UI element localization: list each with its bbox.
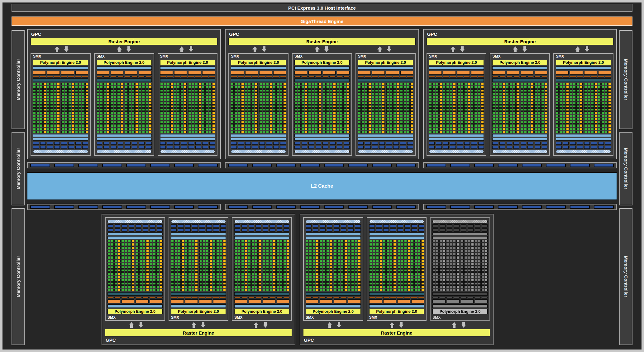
core-cell bbox=[136, 253, 139, 256]
ldst-sfu-segment bbox=[499, 146, 505, 149]
core-cell bbox=[439, 250, 442, 252]
crossbar-segment bbox=[126, 164, 146, 167]
warp-scheduler-segment bbox=[570, 71, 583, 75]
core-cell bbox=[559, 86, 562, 88]
core-cell bbox=[156, 250, 159, 252]
ldst-sfu-segment bbox=[570, 146, 576, 149]
dp-unit-cell bbox=[170, 124, 173, 127]
core-cell bbox=[372, 99, 374, 101]
core-cell bbox=[326, 108, 329, 111]
core-cell bbox=[450, 263, 452, 265]
core-cell bbox=[468, 263, 470, 265]
ldst-sfu-segment bbox=[306, 228, 312, 232]
core-cell bbox=[496, 89, 499, 92]
dp-unit-cell bbox=[471, 285, 474, 288]
core-cell bbox=[68, 121, 71, 124]
core-cell bbox=[54, 118, 56, 120]
ldst-sfu-segment bbox=[411, 224, 417, 228]
dp-unit-cell bbox=[421, 276, 424, 278]
core-cell bbox=[541, 86, 544, 88]
core-cell bbox=[216, 285, 219, 288]
ldst-sfu-segment bbox=[171, 228, 177, 232]
core-cell bbox=[125, 243, 127, 246]
core-cell bbox=[373, 263, 375, 265]
dp-unit-cell bbox=[594, 115, 597, 117]
core-cell bbox=[142, 92, 145, 95]
arrow-pair bbox=[167, 321, 230, 329]
dp-unit-cell bbox=[258, 256, 261, 259]
core-cell bbox=[506, 118, 509, 120]
core-cell bbox=[513, 124, 516, 127]
core-cell bbox=[450, 279, 452, 281]
core-cell bbox=[474, 102, 477, 105]
warp-scheduler-row bbox=[358, 71, 413, 75]
core-cell bbox=[464, 121, 467, 124]
dp-unit-cell bbox=[245, 240, 247, 242]
dp-unit-cell bbox=[198, 118, 201, 120]
core-cell bbox=[432, 256, 435, 259]
crossbar-group bbox=[27, 162, 221, 168]
dp-unit-cell bbox=[566, 115, 569, 117]
core-cell bbox=[326, 250, 329, 252]
core-cell bbox=[280, 282, 283, 285]
core-cell bbox=[521, 131, 523, 133]
dp-unit-cell bbox=[358, 250, 361, 252]
dp-unit-cell bbox=[330, 269, 332, 272]
core-cell bbox=[443, 121, 446, 124]
ldst-sfu-segment bbox=[429, 142, 435, 145]
core-cell bbox=[132, 89, 135, 92]
core-cell bbox=[436, 282, 439, 285]
core-cell bbox=[114, 124, 117, 127]
core-cell bbox=[185, 282, 188, 285]
core-cell bbox=[401, 263, 403, 265]
dp-unit-cell bbox=[358, 253, 361, 256]
core-cell bbox=[111, 250, 114, 252]
register-file-bar bbox=[358, 78, 413, 82]
core-cell bbox=[591, 105, 594, 108]
core-cell bbox=[209, 108, 212, 111]
core-cell bbox=[65, 99, 68, 101]
core-cell bbox=[499, 86, 502, 88]
smx-label: SMX bbox=[358, 54, 413, 59]
dp-unit-cell bbox=[43, 111, 46, 114]
core-cell bbox=[506, 99, 509, 101]
core-cell bbox=[273, 111, 276, 114]
core-cell bbox=[369, 243, 372, 246]
core-cell bbox=[337, 256, 340, 259]
dp-unit-cell bbox=[503, 111, 505, 114]
warp-scheduler-segment bbox=[383, 299, 396, 303]
core-cell bbox=[390, 266, 393, 269]
core-grid-half bbox=[97, 83, 123, 133]
ldst-sfu-segment bbox=[103, 142, 109, 145]
core-grid-half bbox=[33, 83, 60, 133]
core-cell bbox=[492, 102, 495, 105]
core-cell bbox=[174, 115, 177, 117]
core-cell bbox=[538, 115, 541, 117]
core-cell bbox=[341, 285, 344, 288]
core-cell bbox=[263, 269, 265, 272]
core-cell bbox=[36, 92, 39, 95]
core-cell bbox=[192, 243, 194, 246]
dp-unit-cell bbox=[273, 250, 276, 252]
core-cell bbox=[231, 111, 234, 114]
core-cell bbox=[312, 92, 314, 95]
core-cell bbox=[203, 246, 205, 249]
core-cell bbox=[446, 285, 449, 288]
core-cell bbox=[164, 118, 166, 120]
core-cell bbox=[238, 240, 241, 242]
core-cell bbox=[220, 256, 222, 259]
core-cell bbox=[111, 253, 114, 256]
dp-unit-cell bbox=[468, 99, 470, 101]
core-cell bbox=[468, 279, 470, 281]
dp-unit-cell bbox=[594, 99, 597, 101]
core-cell bbox=[50, 86, 53, 88]
texture-unit-pill bbox=[429, 150, 484, 153]
core-cell bbox=[538, 128, 541, 130]
crossbar-segment bbox=[252, 205, 272, 209]
core-cell bbox=[125, 118, 128, 120]
core-cell bbox=[348, 253, 351, 256]
core-cell bbox=[326, 263, 329, 265]
core-cell bbox=[541, 131, 544, 133]
dp-unit-cell bbox=[382, 89, 385, 92]
dp-unit-cell bbox=[382, 118, 385, 120]
